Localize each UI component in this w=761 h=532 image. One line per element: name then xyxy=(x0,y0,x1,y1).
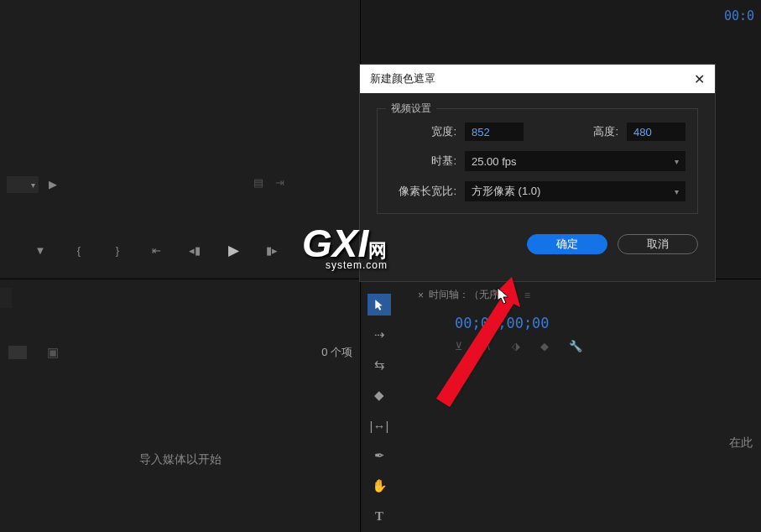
transport-controls: ▼ { } ⇤ ◂▮ ▶ ▮▸ xyxy=(34,243,279,257)
marker-icon[interactable]: ⬗ xyxy=(512,340,520,352)
hand-tool[interactable]: ✋ xyxy=(367,475,391,497)
selection-tool[interactable] xyxy=(367,294,391,316)
video-settings-group: 视频设置 宽度: 高度: 时基: 25.00 fps▾ 像素长宽比: 方形像素 … xyxy=(377,108,698,214)
timeline-tracks-empty: 在此 xyxy=(472,376,761,510)
project-toolbar: ▣ 0 个项 xyxy=(0,340,361,365)
step-back-icon[interactable]: ◂▮ xyxy=(188,243,201,257)
camera-icon[interactable]: ▣ xyxy=(47,345,59,360)
preview-mode-dropdown[interactable]: ▾ xyxy=(7,176,39,193)
chevron-down-icon: ▾ xyxy=(675,157,679,166)
pen-tool[interactable]: ✒ xyxy=(367,445,391,467)
program-timecode: 00:0 xyxy=(724,8,754,23)
width-input[interactable] xyxy=(465,123,524,141)
linked-selection-icon[interactable]: ⊼ xyxy=(483,340,492,352)
settings-icon[interactable]: 🔧 xyxy=(569,340,582,352)
ripple-edit-tool[interactable]: ⇆ xyxy=(367,354,391,376)
source-monitor: ▾ ▶ ▤ ⇥ ▼ { } ⇤ ◂▮ ▶ ▮▸ xyxy=(0,0,361,277)
mark-close-icon[interactable]: } xyxy=(111,243,124,257)
go-to-in-icon[interactable]: ⇤ xyxy=(149,243,163,257)
overwrite-icon[interactable]: ⇥ xyxy=(275,176,284,189)
mark-in-icon[interactable]: ▼ xyxy=(34,243,47,257)
project-panel: ▣ 0 个项 导入媒体以开始 xyxy=(0,279,361,532)
tool-palette: ⇢ ⇆ ◆ |↔| ✒ ✋ T xyxy=(362,294,396,527)
timeline-panel: ×时间轴：（无序列）≡ 00;00;00;00 ⊻ ⊼ ⬗ ◆ 🔧 在此 xyxy=(362,279,761,532)
mark-open-icon[interactable]: { xyxy=(72,243,86,257)
razor-tool[interactable]: ◆ xyxy=(367,384,391,406)
step-forward-icon[interactable]: ▮▸ xyxy=(265,243,279,257)
type-tool[interactable]: T xyxy=(367,505,391,527)
timeline-timecode[interactable]: 00;00;00;00 xyxy=(455,315,550,331)
width-label: 宽度: xyxy=(389,124,456,139)
timeline-snap-icons: ⊻ ⊼ ⬗ ◆ 🔧 xyxy=(455,340,582,352)
panel-tag xyxy=(0,288,12,308)
add-marker-icon[interactable]: ◆ xyxy=(540,340,549,352)
insert-icon[interactable]: ▤ xyxy=(253,176,263,189)
timebase-label: 时基: xyxy=(389,154,456,169)
item-count: 0 个项 xyxy=(321,345,352,360)
chevron-down-icon: ▾ xyxy=(31,180,35,190)
cancel-button[interactable]: 取消 xyxy=(618,234,698,254)
pixel-aspect-select[interactable]: 方形像素 (1.0)▾ xyxy=(465,181,685,201)
play-icon[interactable]: ▶ xyxy=(227,243,240,257)
preview-play-icon[interactable]: ▶ xyxy=(49,178,57,190)
import-drop-area[interactable]: 导入媒体以开始 xyxy=(0,389,361,531)
chevron-down-icon: ▾ xyxy=(675,187,679,196)
dialog-title-text: 新建颜色遮罩 xyxy=(370,71,435,86)
timeline-tab[interactable]: ×时间轴：（无序列）≡ xyxy=(418,288,530,302)
snap-icon[interactable]: ⊻ xyxy=(455,340,463,352)
video-settings-legend: 视频设置 xyxy=(386,102,436,116)
height-label: 高度: xyxy=(593,124,618,139)
slip-tool[interactable]: |↔| xyxy=(367,415,391,436)
track-select-tool[interactable]: ⇢ xyxy=(367,324,391,346)
height-input[interactable] xyxy=(627,123,685,141)
ok-button[interactable]: 确定 xyxy=(527,234,607,254)
new-color-matte-dialog: 新建颜色遮罩 ✕ 视频设置 宽度: 高度: 时基: 25.00 fps▾ 像素长… xyxy=(359,64,716,282)
timebase-select[interactable]: 25.00 fps▾ xyxy=(465,151,685,171)
dialog-titlebar: 新建颜色遮罩 ✕ xyxy=(360,65,715,93)
project-thumb-icon[interactable] xyxy=(8,346,27,359)
par-label: 像素长宽比: xyxy=(389,184,456,199)
close-icon[interactable]: ✕ xyxy=(694,71,705,87)
